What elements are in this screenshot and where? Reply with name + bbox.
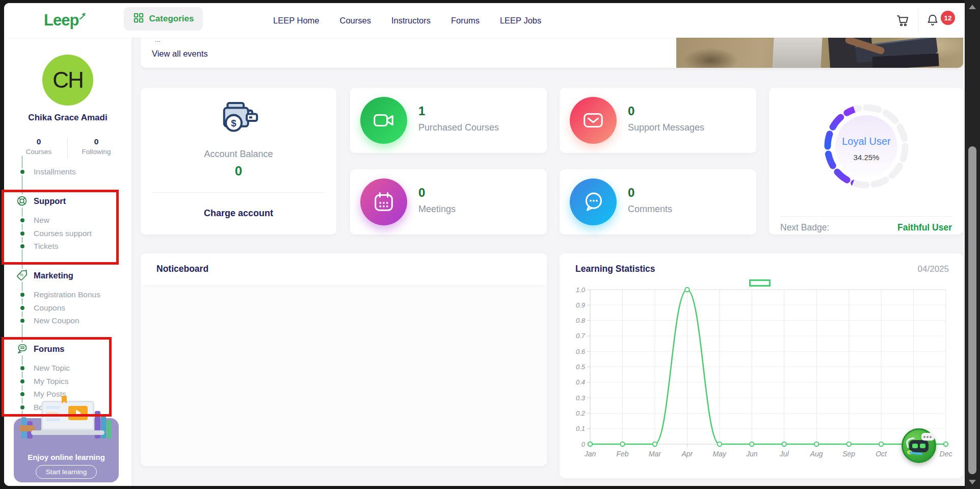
bullet-icon [20,379,24,383]
app-page: Leep Categories LEEP HomeCoursesInstruct… [4,3,965,486]
current-badge-label: Loyal User [842,136,891,147]
svg-text:0.7: 0.7 [576,332,586,340]
chat-bubble-icon [570,178,617,225]
stat-card-support-messages: 0Support Messages [560,88,756,153]
hero-image [676,38,963,68]
sidebar-item-coupons[interactable]: Coupons [4,302,131,314]
charge-account-button[interactable]: Charge account [141,208,336,219]
svg-text:0.5: 0.5 [576,363,586,371]
menu-label: My Posts [4,390,66,399]
badge-progress-ring: Loyal User 34.25% [815,95,917,214]
scroll-up-arrow[interactable] [969,5,976,9]
scroll-down-arrow[interactable] [969,480,976,484]
chart-period: 04/2025 [918,264,949,274]
stat-card-meetings: 0Meetings [350,169,547,235]
menu-label: Registration Bonus [4,290,100,299]
stat-info: 1Purchased Courses [418,104,499,133]
user-name: Chika Grace Amadi [4,113,131,123]
chatbot-fab[interactable] [902,428,936,463]
menu-label: Courses support [4,229,92,238]
nav-link-instructors[interactable]: Instructors [391,16,431,25]
top-navbar: Leep Categories LEEP HomeCoursesInstruct… [4,3,965,38]
stat-label: Purchased Courses [418,122,499,133]
stat-label: Meetings [418,204,456,215]
bullet-icon [20,366,24,370]
sidebar-item-bookmarks[interactable]: Bookmarks [4,401,131,414]
divider [153,192,324,193]
sidebar-section-forums[interactable]: Forums [4,343,131,355]
divider [780,216,952,217]
menu-label: Coupons [4,303,65,313]
account-balance-value: 0 [141,163,336,179]
svg-text:$: $ [231,118,236,128]
bullet-icon [20,293,24,297]
video-camera-icon [360,97,407,144]
sidebar: CH Chika Grace Amadi 0 Courses 0 Followi… [4,38,131,486]
discount-tag-icon: % [15,269,29,282]
menu-label: Support [4,196,66,206]
menu-label: New [4,216,49,225]
categories-button[interactable]: Categories [124,7,203,31]
scrollbar-thumb[interactable] [968,146,976,474]
sidebar-item-new-coupon[interactable]: New Coupon [4,315,131,327]
sidebar-section-support[interactable]: Support [4,195,131,207]
stat-following-label: Following [68,148,124,156]
window-frame: Leep Categories LEEP HomeCoursesInstruct… [0,0,980,489]
bullet-icon [20,319,24,323]
logo-text: Leep [44,11,78,30]
nav-link-leep-jobs[interactable]: LEEP Jobs [500,16,541,25]
bullet-icon [20,306,24,310]
sidebar-item-installments[interactable]: Installments [4,166,131,178]
cart-icon[interactable] [895,13,910,28]
sidebar-item-new[interactable]: New [4,214,131,226]
avatar: CH [42,55,93,106]
stat-card-comments: 0Comments [560,169,756,235]
stat-following-value: 0 [68,137,124,146]
menu-label: Tickets [4,242,59,251]
learning-statistics-chart: 00.10.20.30.40.50.60.70.80.91.0JanFebMar… [566,281,958,466]
bullet-icon [20,392,24,396]
nav-link-courses[interactable]: Courses [340,16,371,25]
bullet-icon [20,170,24,174]
svg-text:0.2: 0.2 [576,409,586,417]
nav-links: LEEP HomeCoursesInstructorsForumsLEEP Jo… [273,3,541,38]
sidebar-item-registration-bonus[interactable]: Registration Bonus [4,289,131,301]
sidebar-item-tickets[interactable]: Tickets [4,240,131,252]
events-card: ... View all events [141,38,963,68]
svg-text:1.0: 1.0 [576,286,586,294]
svg-text:0.3: 0.3 [576,394,586,402]
stat-info: 0Meetings [418,186,456,215]
user-stats: 0 Courses 0 Following [4,137,131,161]
menu-label: Installments [4,167,76,176]
notifications-bell-icon[interactable] [925,13,940,28]
bullet-icon [20,231,24,236]
promo-card: Enjoy online learning Start learning [14,418,119,482]
svg-text:0.1: 0.1 [576,425,585,432]
start-learning-button[interactable]: Start learning [36,465,97,479]
nav-link-forums[interactable]: Forums [451,16,480,25]
robot-icon [903,430,935,461]
svg-text:Jan: Jan [584,450,596,458]
svg-text:Aug: Aug [810,450,823,458]
notification-count-badge: 12 [941,11,955,25]
sidebar-item-courses-support[interactable]: Courses support [4,227,131,240]
menu-label: Forums [4,344,65,354]
sidebar-item-new-topic[interactable]: New Topic [4,362,131,374]
svg-text:Apr: Apr [681,450,693,458]
noticeboard-panel: Noticeboard [141,253,547,466]
svg-text:Jun: Jun [746,450,758,458]
sidebar-item-my-topics[interactable]: My Topics [4,375,131,388]
sidebar-section-marketing[interactable]: %Marketing [4,269,131,281]
sidebar-item-my-posts[interactable]: My Posts [4,388,131,400]
stat-courses: 0 Courses [11,137,67,156]
nav-link-leep-home[interactable]: LEEP Home [273,16,320,25]
stat-card-purchased-courses: 1Purchased Courses [350,88,547,153]
svg-text:Jul: Jul [779,450,789,458]
navbar-divider [918,8,918,33]
svg-text:Oct: Oct [876,450,887,458]
bullet-icon [20,244,24,248]
view-all-events-link[interactable]: View all events [152,49,208,59]
badge-progress-percent: 34.25% [854,153,880,162]
next-badge-value: Faithful User [897,222,952,233]
leep-logo[interactable]: Leep [44,10,86,31]
